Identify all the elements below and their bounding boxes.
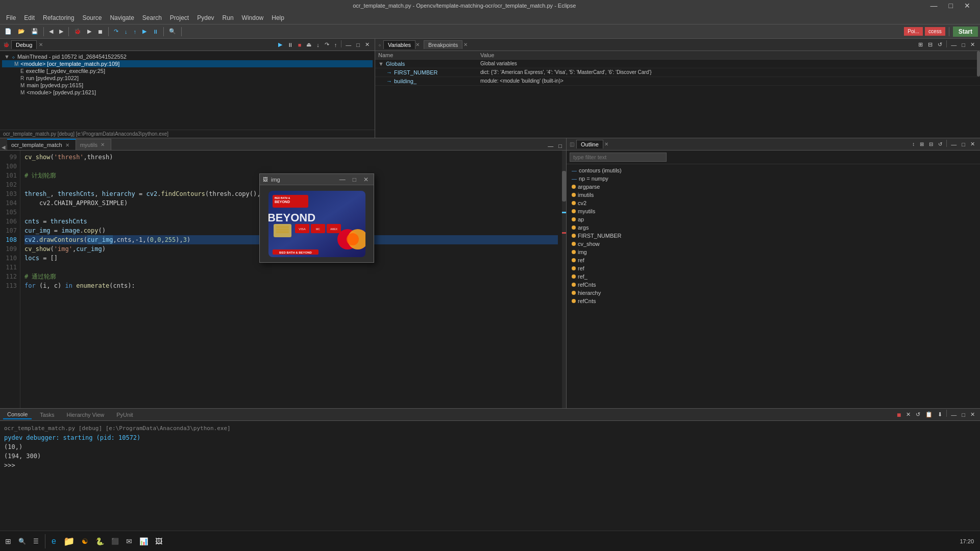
float-maximize-button[interactable]: □ <box>351 176 358 183</box>
outline-img[interactable]: img <box>569 248 978 256</box>
outline-min[interactable]: — <box>949 140 959 148</box>
debug-row-main[interactable]: ▼ ⬦ MainThread - pid 10572 id_2684541522… <box>2 53 373 60</box>
tab-ocr[interactable]: ocr_template_match ✕ <box>7 139 76 150</box>
taskbar-ie[interactable]: e <box>48 535 59 548</box>
outline-ap[interactable]: ap <box>569 215 978 223</box>
menu-edit[interactable]: Edit <box>20 13 39 22</box>
maximize-button[interactable]: □ <box>943 1 959 10</box>
menu-pydev[interactable]: Pydev <box>193 13 218 22</box>
outline-args[interactable]: args <box>569 223 978 232</box>
outline-ref-[interactable]: ref_ <box>569 272 978 281</box>
tb-search[interactable]: 🔍 <box>166 27 179 36</box>
bp-tab-close[interactable]: ✕ <box>463 42 468 47</box>
debug-row-module2[interactable]: M <module> [pydevd.py:1621] <box>2 89 373 96</box>
debug-tb-step-over[interactable]: ↷ <box>323 40 331 49</box>
vars-maximize[interactable]: □ <box>960 40 967 49</box>
console-tb5[interactable]: ⬇ <box>936 410 944 420</box>
outline-cvshow[interactable]: cv_show <box>569 240 978 248</box>
start-button[interactable]: Start <box>953 27 978 37</box>
var-row-first[interactable]: → FIRST_NUMBER dict: {'3': 'American Exp… <box>375 68 980 77</box>
outline-refcnts1[interactable]: refCnts <box>569 281 978 289</box>
debug-tab-close[interactable]: ✕ <box>39 42 43 47</box>
debug-minimize[interactable]: — <box>344 40 353 49</box>
vars-tab[interactable]: Variables <box>383 40 415 49</box>
tb-open[interactable]: 📂 <box>15 27 28 36</box>
debug-row-run[interactable]: R run [pydevd.py:1022] <box>2 74 373 82</box>
outline-ref2[interactable]: ref <box>569 264 978 272</box>
outline-close[interactable]: ✕ <box>604 141 608 147</box>
tb-forward[interactable]: ▶ <box>57 27 66 36</box>
bp-tab[interactable]: Breakpoints <box>424 40 462 49</box>
console-tab-pyunit[interactable]: PyUnit <box>112 411 137 419</box>
tab-myutils-close[interactable]: ✕ <box>101 142 105 147</box>
debug-tb-step-into[interactable]: ↓ <box>314 40 322 49</box>
outline-ref1[interactable]: ref <box>569 256 978 264</box>
outline-tb1[interactable]: ↕ <box>910 140 917 148</box>
outline-hierarchy[interactable]: hierarchy <box>569 289 978 297</box>
menu-refactoring[interactable]: Refactoring <box>39 13 78 22</box>
console-tb3[interactable]: ↺ <box>914 410 922 420</box>
console-tab-tasks[interactable]: Tasks <box>36 411 58 419</box>
vars-minimize[interactable]: — <box>949 40 959 49</box>
tab-myutils[interactable]: myutils ✕ <box>76 139 111 150</box>
console-close[interactable]: ✕ <box>968 410 977 420</box>
taskbar-python[interactable]: 🐍 <box>92 535 107 547</box>
globals-expand[interactable]: ▼ <box>378 61 384 67</box>
outline-imutils[interactable]: imutils <box>569 191 978 199</box>
menu-window[interactable]: Window <box>238 13 268 22</box>
debug-tb-suspend[interactable]: ⏸ <box>285 40 295 49</box>
close-button[interactable]: ✕ <box>959 1 976 10</box>
console-min[interactable]: — <box>949 410 959 420</box>
vars-tb-1[interactable]: ⊞ <box>916 40 925 49</box>
debug-tb-resume[interactable]: ▶ <box>276 40 284 49</box>
menu-help[interactable]: Help <box>267 13 288 22</box>
tb-new[interactable]: 📄 <box>2 27 14 36</box>
outline-tab[interactable]: Outline <box>576 140 603 148</box>
editor-min[interactable]: — <box>546 142 555 150</box>
console-tb1[interactable]: ■ <box>895 410 903 420</box>
taskbar-cmd[interactable]: ⬛ <box>108 536 122 547</box>
console-tab-hierarchy[interactable]: Hierarchy View <box>62 411 108 419</box>
vars-scrollbar[interactable] <box>977 51 980 77</box>
tb-step-out[interactable]: ↑ <box>131 27 139 36</box>
outline-myutils[interactable]: myutils <box>569 207 978 215</box>
debug-tb-stop[interactable]: ■ <box>296 40 304 49</box>
menu-file[interactable]: File <box>2 13 20 22</box>
debug-tb-step-out[interactable]: ↑ <box>332 40 339 49</box>
debug-row-module[interactable]: M <module> [ocr_template_match.py:109] <box>2 60 373 67</box>
outline-contours[interactable]: — contours (imutils) <box>569 166 978 174</box>
outline-filter-input[interactable] <box>570 153 667 162</box>
tb-debug[interactable]: 🐞 <box>71 27 84 36</box>
taskbar-search[interactable]: 🔍 <box>15 536 29 547</box>
taskbar-folder[interactable]: 📁 <box>60 534 78 549</box>
outline-np[interactable]: — np = numpy <box>569 174 978 183</box>
taskbar-task-view[interactable]: ☰ <box>30 536 42 547</box>
access-button[interactable]: ccess <box>925 27 945 36</box>
outline-tb3[interactable]: ⊟ <box>927 140 935 148</box>
menu-project[interactable]: Project <box>166 13 193 22</box>
taskbar-mail[interactable]: ✉ <box>123 535 135 547</box>
outline-refcnts2[interactable]: refCnts <box>569 297 978 305</box>
vars-tb-2[interactable]: ⊟ <box>926 40 935 49</box>
tb-resume[interactable]: ▶ <box>140 27 149 36</box>
console-max[interactable]: □ <box>960 410 967 420</box>
float-close-button[interactable]: ✕ <box>361 176 371 183</box>
taskbar-eclipse[interactable]: ☯ <box>79 535 91 547</box>
outline-close2[interactable]: ✕ <box>968 140 977 148</box>
tb-run[interactable]: ▶ <box>85 27 94 36</box>
float-minimize-button[interactable]: — <box>337 176 348 183</box>
var-row-building[interactable]: → building_ module: <module 'building' (… <box>375 77 980 86</box>
tb-suspend[interactable]: ⏸ <box>150 27 161 36</box>
outline-argparse[interactable]: argparse <box>569 183 978 191</box>
debug-maximize[interactable]: □ <box>354 40 362 49</box>
taskbar-app2[interactable]: 🖼 <box>152 535 165 547</box>
outline-cv2[interactable]: cv2 <box>569 199 978 207</box>
tb-step-into[interactable]: ↓ <box>122 27 130 36</box>
outline-tb4[interactable]: ↺ <box>936 140 944 148</box>
console-tb2[interactable]: ✕ <box>904 410 913 420</box>
debug-tab[interactable]: Debug <box>11 40 37 49</box>
menu-navigate[interactable]: Navigate <box>106 13 138 22</box>
minimize-button[interactable]: — <box>925 1 943 10</box>
vars-tb-3[interactable]: ↺ <box>936 40 944 49</box>
vars-tab-close[interactable]: ✕ <box>415 42 420 47</box>
